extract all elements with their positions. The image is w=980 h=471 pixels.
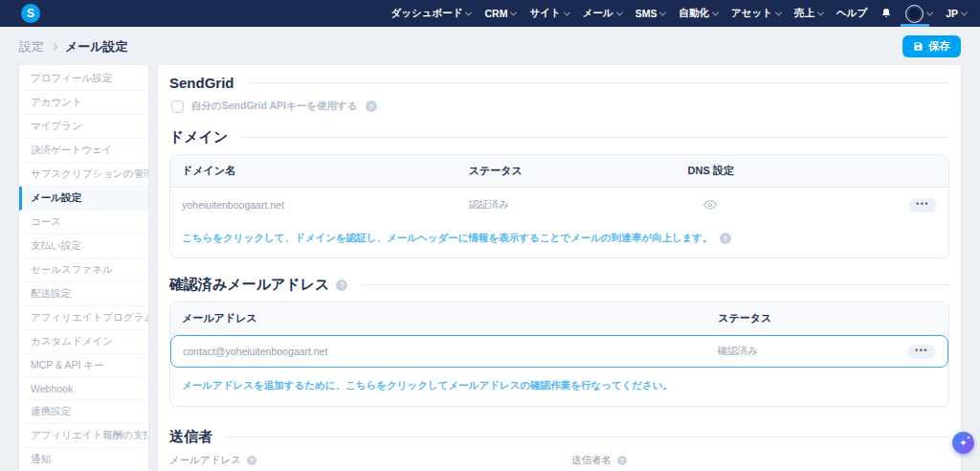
help-icon[interactable]: ?	[720, 233, 731, 244]
top-navigation: S ダッシュボード CRM サイト メール SMS 自動化 アセット 売上 ヘル…	[0, 0, 980, 27]
sendgrid-api-key-row: 自分のSendGrid APIキーを使用する ?	[171, 100, 949, 113]
chevron-down-icon	[817, 9, 824, 15]
domain-table-row: yoheiuitenboogaart.net 認証済み •••	[170, 188, 948, 228]
chevron-down-icon	[465, 9, 472, 15]
avatar	[905, 5, 924, 23]
email-status-header: ステータス	[718, 311, 891, 325]
save-button[interactable]: 保存	[902, 35, 961, 57]
sidebar-item-mcp-api-key[interactable]: MCP & API キー	[19, 354, 148, 378]
settings-sidebar: プロフィール設定 アカウント マイプラン 決済ゲートウェイ サブスクリプションの…	[19, 65, 148, 471]
domain-title: ドメイン	[169, 128, 228, 146]
sender-section-header: 送信者	[169, 428, 949, 446]
domain-dns-header: DNS 設定	[688, 164, 855, 178]
sidebar-item-account[interactable]: アカウント	[19, 91, 148, 115]
divider	[361, 284, 949, 285]
chevron-down-icon	[961, 9, 968, 15]
domain-table-header: ドメイン名 ステータス DNS 設定	[170, 155, 948, 188]
sidebar-item-payment-settings[interactable]: 支払い設定	[19, 235, 148, 258]
verified-emails-table: メールアドレス ステータス contact@yoheiuitenboogaart…	[169, 302, 949, 407]
mail-settings-panel: SendGrid 自分のSendGrid APIキーを使用する ? ドメイン ド…	[158, 65, 961, 471]
domain-name-header: ドメイン名	[182, 164, 469, 178]
domain-status-header: ステータス	[469, 164, 688, 178]
domain-table: ドメイン名 ステータス DNS 設定 yoheiuitenboogaart.ne…	[169, 154, 949, 258]
sender-fields: メールアドレス ? contact@yoheiuitenboogaart.net…	[169, 454, 949, 471]
sidebar-item-subscriptions[interactable]: サブスクリプションの管理	[19, 163, 148, 187]
email-cell: contact@yoheiuitenboogaart.net	[183, 346, 718, 357]
divider	[248, 82, 949, 83]
app-logo[interactable]: S	[21, 4, 40, 23]
help-icon[interactable]: ?	[247, 456, 256, 465]
chevron-down-icon	[616, 9, 623, 15]
sidebar-item-myplan[interactable]: マイプラン	[19, 115, 148, 139]
nav-help[interactable]: ヘルプ	[836, 7, 867, 20]
sparkle-icon: ✦	[967, 435, 970, 440]
verified-emails-section-header: 確認済みメールアドレス ?	[169, 276, 949, 294]
chevron-down-icon	[926, 9, 933, 15]
breadcrumb-settings[interactable]: 設定	[19, 38, 44, 56]
nav-crm[interactable]: CRM	[484, 8, 516, 19]
nav-assets[interactable]: アセット	[731, 7, 781, 20]
domain-name-cell: yoheiuitenboogaart.net	[182, 199, 469, 211]
sidebar-item-affiliate-program[interactable]: アフィリエイトプログラム	[19, 306, 148, 330]
notification-bell-icon[interactable]	[880, 8, 892, 19]
sender-title: 送信者	[169, 428, 212, 446]
verified-emails-table-header: メールアドレス ステータス	[170, 303, 948, 335]
domain-section-header: ドメイン	[169, 128, 949, 146]
sidebar-item-custom-domain[interactable]: カスタムドメイン	[19, 330, 148, 354]
sidebar-item-notifications[interactable]: 通知	[19, 448, 148, 471]
sidebar-item-webhook[interactable]: Webhook	[19, 378, 148, 400]
sender-email-label: メールアドレス ?	[169, 454, 552, 467]
language-selector[interactable]: JP	[946, 8, 967, 19]
help-icon[interactable]: ?	[336, 280, 347, 291]
nav-site[interactable]: サイト	[529, 7, 568, 20]
chevron-down-icon	[564, 9, 570, 15]
sidebar-item-affiliate-payout[interactable]: アフィリエイト報酬の支払い	[19, 424, 148, 448]
chevron-down-icon	[659, 9, 666, 15]
email-status-cell: 確認済み	[718, 345, 890, 358]
breadcrumb-bar: 設定 メール設定 保存	[0, 27, 980, 65]
add-email-link[interactable]: メールアドレスを追加するために、こちらをクリックしてメールアドレスの確認作業を行…	[170, 368, 948, 406]
chevron-down-icon	[510, 9, 517, 15]
active-tab-indicator	[901, 24, 929, 27]
sidebar-item-sales-funnel[interactable]: セールスファネル	[19, 258, 148, 282]
nav-dashboard[interactable]: ダッシュボード	[391, 7, 472, 20]
help-icon[interactable]: ?	[366, 101, 377, 112]
nav-mail[interactable]: メール	[583, 7, 622, 20]
view-dns-eye-icon[interactable]	[688, 198, 855, 212]
sidebar-item-course[interactable]: コース	[19, 211, 148, 235]
sendgrid-api-key-label: 自分のSendGrid APIキーを使用する	[191, 100, 358, 113]
sidebar-item-mail-settings[interactable]: メール設定	[19, 187, 148, 211]
email-row-actions-button[interactable]: •••	[907, 345, 936, 359]
sidebar-item-payment-gateway[interactable]: 決済ゲートウェイ	[19, 139, 148, 163]
chevron-down-icon	[775, 9, 782, 15]
divider	[226, 437, 949, 437]
chevron-down-icon	[712, 9, 719, 15]
page-title: メール設定	[65, 38, 128, 56]
nav-sales[interactable]: 売上	[794, 7, 823, 20]
save-icon	[913, 41, 924, 52]
verified-email-row[interactable]: contact@yoheiuitenboogaart.net 確認済み •••	[170, 335, 948, 368]
verified-emails-title: 確認済みメールアドレス	[169, 276, 329, 294]
sidebar-item-integrations[interactable]: 連携設定	[19, 400, 148, 424]
divider	[241, 137, 949, 138]
domain-status-cell: 認証済み	[469, 198, 688, 212]
sender-name-label: 送信者名 ?	[571, 454, 949, 467]
breadcrumb-separator-icon	[50, 42, 57, 50]
nav-sms[interactable]: SMS	[635, 8, 666, 19]
domain-row-actions-button[interactable]: •••	[908, 198, 937, 213]
sidebar-item-profile[interactable]: プロフィール設定	[19, 67, 148, 91]
ai-assistant-fab[interactable]: ✦ ✦	[952, 432, 974, 454]
domain-verify-link[interactable]: こちらをクリックして、ドメインを認証し、メールヘッダーに情報を表示することでメー…	[170, 228, 948, 258]
sidebar-item-shipping[interactable]: 配送設定	[19, 282, 148, 306]
user-menu[interactable]	[905, 0, 932, 27]
sendgrid-section-header: SendGrid	[169, 75, 949, 91]
sendgrid-api-key-checkbox[interactable]	[171, 101, 184, 113]
sendgrid-title: SendGrid	[169, 75, 234, 91]
email-header: メールアドレス	[182, 311, 718, 325]
nav-automation[interactable]: 自動化	[679, 7, 718, 20]
help-icon[interactable]: ?	[617, 456, 627, 465]
